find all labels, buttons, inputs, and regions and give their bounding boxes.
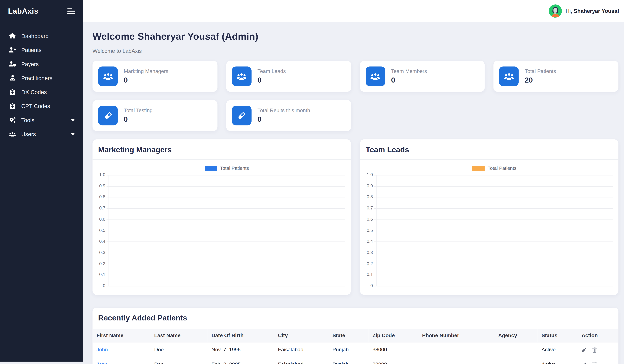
sidebar-header: LabAxis [0,0,83,22]
sidebar-item-label: Dashboard [21,33,49,39]
gridline [106,197,345,198]
cell-actions [577,342,618,357]
cell-status: Active [538,342,577,357]
y-axis-tick-label: 0.4 [367,239,373,244]
medical-clipboard-icon [9,103,16,109]
team-leads-chart-card: Team Leads Total Patients 1.00.90.80.70.… [360,139,619,295]
chevron-down-icon [71,133,75,135]
y-axis-tick-label: 0.3 [367,250,373,255]
cell-actions [577,357,618,364]
sidebar-item-label: DX Codes [21,89,47,95]
users-icon [9,131,16,137]
legend-swatch [472,166,485,171]
patient-name-link[interactable]: Jane [97,361,108,364]
col-last-name: Last Name [150,329,207,342]
stat-card-total-testing: Total Testing 0 [92,100,217,131]
sidebar-item-dashboard[interactable]: Dashboard [0,29,83,43]
col-state: State [328,329,368,342]
sidebar-item-label: Patients [21,47,42,53]
gridline [374,219,613,220]
sidebar-item-users[interactable]: Users [0,127,83,141]
sidebar-menu: Dashboard Patients Payers Practitioners [0,29,83,141]
chart-legend[interactable]: Total Patients [108,165,345,171]
user-menu[interactable]: Hi, Shaheryar Yousaf [549,4,619,17]
gridline [106,208,345,209]
sidebar-item-label: Tools [21,117,34,123]
sidebar-item-label: CPT Codes [21,103,50,109]
stat-card-text: Total Reults this month 0 [258,107,310,124]
gridline [106,253,345,253]
chart-card-title: Team Leads [360,139,619,160]
y-axis-tick-label: 0.9 [99,183,105,188]
recent-patients-title: Recently Added Patients [92,308,618,329]
edit-pencil-icon[interactable] [582,347,587,352]
patient-name-link[interactable]: John [97,347,108,353]
page-subtitle: Welcome to LabAxis [92,48,618,54]
y-axis-tick-label: 0.8 [367,194,373,199]
legend-swatch [205,166,217,171]
legend-label: Total Patients [220,165,249,171]
y-axis-tick-label: 0 [103,283,105,288]
sidebar-item-patients[interactable]: Patients [0,43,83,57]
gridline [374,208,613,209]
trash-icon[interactable] [592,362,597,364]
chart-card-title: Marketing Managers [92,139,351,160]
recent-patients-card: Recently Added Patients First Name Last … [92,308,618,364]
cell-phone [418,357,494,364]
stat-card-text: Markting Managers 0 [124,68,168,84]
legend-label: Total Patients [488,165,517,171]
y-axis-tick-label: 0 [370,283,373,288]
sidebar-item-payers[interactable]: Payers [0,57,83,71]
stat-card-text: Total Testing 0 [124,107,153,124]
gridline [106,231,345,231]
sidebar-item-tools[interactable]: Tools [0,113,83,127]
col-city: City [274,329,328,342]
cell-zip: 38000 [368,357,418,364]
y-axis-tick-label: 0.7 [99,206,105,210]
gridline [106,275,345,275]
cell-state: Punjab [328,357,368,364]
cell-state: Punjab [328,342,368,357]
main-content: Welcome Shaheryar Yousaf (Admin) Welcome… [83,22,624,364]
gridline [374,197,613,198]
cell-phone [418,342,494,357]
sidebar-item-cpt-codes[interactable]: CPT Codes [0,99,83,113]
user-shield-icon [9,61,16,67]
col-agency: Agency [494,329,537,342]
bars-staggered-icon[interactable] [67,8,75,14]
chart-legend[interactable]: Total Patients [376,165,613,171]
cell-dob: Nov. 7, 1996 [208,342,274,357]
stat-card-text: Team Members 0 [391,68,427,84]
stat-card-marketing-managers: Markting Managers 0 [92,61,217,92]
greeting-prefix: Hi, [566,8,574,14]
sidebar-item-dx-codes[interactable]: DX Codes [0,85,83,99]
edit-pencil-icon[interactable] [582,362,587,364]
gridline [106,286,345,286]
gridline [374,231,613,231]
stat-card-team-members: Team Members 0 [360,61,485,92]
cell-agency [494,342,537,357]
stat-label: Team Members [391,68,427,74]
stat-value: 0 [124,115,153,124]
stat-cards-grid: Markting Managers 0 Team Leads 0 Tea [92,61,618,131]
app-logo: LabAxis [8,7,38,15]
charts-row: Marketing Managers Total Patients 1.00.9… [92,139,618,295]
y-axis-tick-label: 0.6 [99,217,105,221]
gridline [106,175,345,175]
marketing-managers-chart-card: Marketing Managers Total Patients 1.00.9… [92,139,351,295]
y-axis-tick-label: 0.4 [99,239,105,244]
user-group-icon [365,66,385,86]
trash-icon[interactable] [592,347,597,353]
stat-label: Markting Managers [124,68,168,74]
sidebar-item-label: Users [21,131,36,137]
sidebar-item-practitioners[interactable]: Practitioners [0,71,83,85]
home-icon [9,33,16,39]
gridline [106,219,345,220]
user-avatar[interactable] [549,4,562,17]
user-group-icon [232,66,251,86]
y-axis-tick-label: 0.5 [367,228,373,233]
y-axis-tick-label: 0.1 [99,272,105,277]
stat-card-text: Total Patients 20 [525,68,556,84]
y-axis-tick-label: 1.0 [367,172,373,177]
user-group-icon [98,66,118,86]
